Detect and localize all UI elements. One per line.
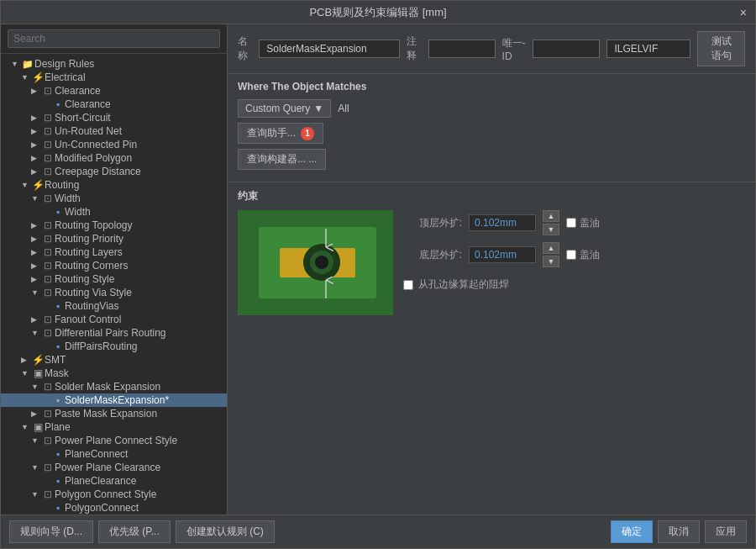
rule-icon: ⊡ [41,327,55,339]
mask-preview-svg [238,210,393,315]
tree-item-routing-corners[interactable]: ▶ ⊡ Routing Corners [1,259,227,272]
name-label: 名称 [238,34,252,63]
tree-item-diff-pairs[interactable]: ▼ ⊡ Differential Pairs Routing [1,326,227,340]
tree-item-solder-mask-rule[interactable]: ▪ SolderMaskExpansion* [1,393,227,407]
tree-item-routing-via-style[interactable]: ▼ ⊡ Routing Via Style [1,286,227,299]
tree-item-width-rule[interactable]: ▪ Width [1,205,227,219]
expand-arrow: ▶ [31,409,41,418]
tree-item-fanout[interactable]: ▶ ⊡ Fanout Control [1,313,227,326]
where-query-row: Custom Query ▼ All [238,99,745,118]
expand-arrow: ▼ [21,369,31,377]
rule-icon: ⊡ [41,435,55,446]
tree-label: Power Plane Connect Style [55,435,177,446]
rule-icon: ⊡ [41,112,55,124]
comment-label: 注释 [407,34,421,63]
tree-item-un-connected-pin[interactable]: ▶ ⊡ Un-Connected Pin [1,138,227,151]
top-expand-input[interactable] [469,214,536,231]
priorities-button[interactable]: 优先级 (P... [98,520,171,543]
query-builder-button[interactable]: 查询构建器... ... [238,149,326,170]
tree-item-design-rules[interactable]: ▼ 📁 Design Rules [1,57,227,71]
expand-arrow: ▶ [31,261,41,270]
rule-wizard-button[interactable]: 规则向导 (D... [9,520,93,543]
expand-arrow: ▶ [31,113,41,122]
expand-arrow: ▼ [31,436,41,445]
rule-item-icon: ▪ [51,300,65,312]
expand-arrow: ▶ [31,315,41,324]
tree-item-routing-style[interactable]: ▶ ⊡ Routing Style [1,272,227,286]
bottom-expand-down-btn[interactable]: ▼ [543,256,559,267]
ok-button[interactable]: 确定 [611,520,653,543]
tree-item-short-circuit[interactable]: ▶ ⊡ Short-Circuit [1,111,227,124]
tree-item-clearance-group[interactable]: ▶ ⊡ Clearance [1,84,227,98]
hole-checkbox[interactable] [403,280,413,290]
tree-label: Design Rules [34,58,94,70]
tree-item-routing-vias[interactable]: ▪ RoutingVias [1,299,227,313]
tree-item-smt[interactable]: ▶ ⚡ SMT [1,353,227,367]
tree-label: Fanout Control [55,314,121,325]
query-help-button[interactable]: 查询助手... 1 [238,123,323,144]
expand-arrow: ▼ [31,383,41,391]
constraint-body: 顶层外扩: ▲ ▼ 盖油 [238,210,745,318]
tree-item-routing-layers[interactable]: ▶ ⊡ Routing Layers [1,245,227,259]
top-expand-checkbox[interactable] [566,218,576,228]
rule-icon: ⊡ [41,381,55,393]
name-input[interactable] [259,40,400,58]
tree-item-power-plane-clearance[interactable]: ▼ ⊡ Power Plane Clearance [1,461,227,474]
rule-icon: ⊡ [41,139,55,150]
titlebar: PCB规则及约束编辑器 [mm] × [1,1,755,24]
tree-item-power-plane-connect[interactable]: ▼ ⊡ Power Plane Connect Style [1,434,227,447]
top-expand-down-btn[interactable]: ▼ [543,224,559,235]
rule-item-icon: ▪ [51,448,65,460]
expand-arrow: ▼ [21,181,31,189]
unique-id-input[interactable] [533,40,600,58]
expand-arrow: ▶ [31,235,41,243]
tree-item-routing-topology[interactable]: ▶ ⊡ Routing Topology [1,219,227,232]
hole-check-label: 从孔边缘算起的阻焊 [418,277,509,292]
bottom-expand-arrows: ▲ ▼ [543,242,559,267]
create-default-button[interactable]: 创建默认规则 (C) [176,520,275,543]
tree-item-modified-polygon[interactable]: ▶ ⊡ Modified Polygon [1,151,227,165]
comment-input[interactable] [428,40,496,58]
bottom-right: 确定 取消 应用 [611,520,747,543]
query-type-dropdown[interactable]: Custom Query ▼ [238,99,331,118]
tree-label: Un-Connected Pin [55,139,137,150]
bottom-expand-input[interactable] [469,246,536,263]
tree-item-polygon-connect[interactable]: ▪ PolygonConnect [1,501,227,515]
close-button[interactable]: × [740,6,747,19]
unique-id-label: 唯一-ID [502,36,527,62]
tree-item-plane[interactable]: ▼ ▣ Plane [1,420,227,434]
bottom-left: 规则向导 (D... 优先级 (P... 创建默认规则 (C) [9,520,604,543]
test-sentence-button[interactable]: 测试语句 [697,31,745,66]
tree-item-clearance[interactable]: ▪ Clearance [1,98,227,111]
tree-item-paste-mask[interactable]: ▶ ⊡ Paste Mask Expansion [1,407,227,420]
tree-item-solder-mask[interactable]: ▼ ⊡ Solder Mask Expansion [1,380,227,393]
tree-item-routing-priority[interactable]: ▶ ⊡ Routing Priority [1,232,227,245]
cancel-button[interactable]: 取消 [658,520,700,543]
expand-arrow: ▶ [31,140,41,149]
tree-item-plane-connect[interactable]: ▪ PlaneConnect [1,447,227,461]
tree-item-un-routed-net[interactable]: ▶ ⊡ Un-Routed Net [1,124,227,138]
tree-item-width[interactable]: ▼ ⊡ Width [1,192,227,205]
dropdown-arrow-icon: ▼ [313,103,323,114]
expand-arrow: ▼ [31,490,41,499]
tree-item-plane-clearance[interactable]: ▪ PlaneClearance [1,474,227,488]
tree-item-routing[interactable]: ▼ ⚡ Routing [1,178,227,192]
tree-label: Routing Style [55,273,114,285]
search-input[interactable] [8,29,220,48]
rule-icon: ⊡ [41,152,55,164]
top-expand-up-btn[interactable]: ▲ [543,210,559,222]
bottom-expand-checkbox[interactable] [566,250,576,260]
test-value-input[interactable] [606,40,690,58]
tree-item-polygon-connect-style[interactable]: ▼ ⊡ Polygon Connect Style [1,488,227,501]
rule-icon: ⊡ [41,246,55,258]
expand-arrow: ▼ [31,329,41,337]
tree-item-mask[interactable]: ▼ ▣ Mask [1,367,227,380]
apply-button[interactable]: 应用 [705,520,747,543]
bottom-expand-up-btn[interactable]: ▲ [543,242,559,254]
rule-icon: ⊡ [41,273,55,285]
tree-item-diff-pairs-routing[interactable]: ▪ DiffPairsRouting [1,340,227,353]
query-type-label: Custom Query [245,103,310,114]
rule-icon: ⊡ [41,488,55,500]
tree-item-creepage[interactable]: ▶ ⊡ Creepage Distance [1,165,227,178]
tree-item-electrical[interactable]: ▼ ⚡ Electrical [1,71,227,84]
